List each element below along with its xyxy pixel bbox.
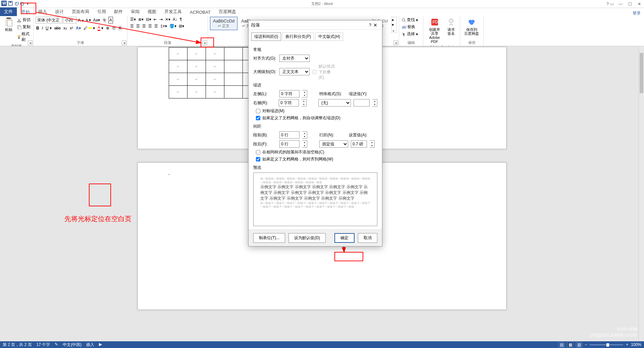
status-page[interactable]: 第 2 页，共 2 页 bbox=[3, 342, 32, 348]
superscript-icon[interactable]: x² bbox=[69, 25, 74, 31]
shrink-font-icon[interactable]: A▾ bbox=[85, 17, 92, 23]
tab-indent-spacing[interactable]: 缩进和间距(I) bbox=[251, 32, 281, 41]
status-lang[interactable]: 中文(中国) bbox=[63, 342, 82, 348]
find-button[interactable]: 查找▾ bbox=[401, 17, 419, 23]
request-sign-button[interactable]: 请求 签名 bbox=[444, 17, 458, 36]
copy-button[interactable]: 复制 bbox=[16, 24, 31, 30]
tab-layout[interactable]: 页面布局 bbox=[68, 7, 93, 16]
view-print-icon[interactable]: ▦ bbox=[567, 342, 573, 347]
left-spinner[interactable]: ▲▼ bbox=[302, 90, 307, 97]
font-size-combo[interactable]: 小四 bbox=[63, 17, 76, 23]
paste-button[interactable]: 粘贴 bbox=[2, 17, 15, 32]
align-center-icon[interactable]: ☰ bbox=[136, 23, 141, 29]
tab-design[interactable]: 设计 bbox=[51, 7, 68, 16]
auto-indent-checkbox[interactable] bbox=[256, 116, 260, 120]
paragraph-launcher-icon[interactable]: ⇲ bbox=[202, 41, 207, 45]
style-normal[interactable]: AaBbCcDd ↵ 正文 bbox=[210, 17, 237, 30]
multilevel-icon[interactable]: ⊟▾ bbox=[145, 17, 152, 22]
align-right-icon[interactable]: ☰ bbox=[142, 23, 147, 29]
zoom-out-icon[interactable]: − bbox=[585, 342, 587, 347]
status-proofing-icon[interactable]: ✎ bbox=[55, 342, 58, 348]
subscript-icon[interactable]: x₂ bbox=[63, 25, 68, 31]
at-spinner[interactable]: ▲▼ bbox=[370, 140, 375, 148]
tab-view[interactable]: 视图 bbox=[144, 7, 160, 16]
font-color-icon[interactable]: A▾ bbox=[97, 25, 104, 31]
right-spinner[interactable]: ▲▼ bbox=[302, 99, 307, 107]
tab-review[interactable]: 审阅 bbox=[127, 7, 144, 16]
zoom-level[interactable]: 100% bbox=[631, 342, 641, 347]
ok-button[interactable]: 确定 bbox=[334, 233, 355, 243]
underline-icon[interactable]: U▾ bbox=[45, 25, 52, 31]
font-launcher-icon[interactable]: ⇲ bbox=[122, 41, 126, 45]
text-direction-icon[interactable]: ✕▾ bbox=[164, 17, 171, 22]
indent-val-spinner[interactable]: ▲▼ bbox=[372, 99, 377, 107]
maximize-icon[interactable]: ☐ bbox=[625, 0, 635, 8]
sort-icon[interactable]: A↓ bbox=[172, 17, 178, 22]
close-icon[interactable]: ✕ bbox=[635, 0, 644, 8]
indent-val-input[interactable] bbox=[354, 99, 370, 107]
zoom-slider[interactable] bbox=[590, 344, 623, 345]
no-space-checkbox[interactable] bbox=[256, 150, 260, 154]
styles-scroll[interactable]: ▴▾⌄ bbox=[391, 17, 397, 33]
tab-acrobat[interactable]: ACROBAT bbox=[186, 8, 215, 16]
shading-para-icon[interactable]: 🪣▾ bbox=[169, 23, 177, 29]
view-read-icon[interactable]: ▤ bbox=[558, 342, 565, 347]
justify-icon[interactable]: ☰ bbox=[148, 23, 153, 29]
default-button[interactable]: 设为默认值(D) bbox=[288, 233, 326, 243]
decrease-indent-icon[interactable]: ⇤ bbox=[153, 17, 158, 22]
line-spacing-icon[interactable]: ‡≡▾ bbox=[160, 23, 168, 29]
char-shading-icon[interactable]: ⊕ bbox=[105, 25, 110, 31]
increase-indent-icon[interactable]: ⇥ bbox=[159, 17, 163, 22]
save-icon[interactable] bbox=[8, 1, 13, 7]
left-indent-input[interactable] bbox=[279, 90, 300, 97]
undo-icon[interactable] bbox=[14, 1, 19, 7]
special-select[interactable]: (无) bbox=[318, 99, 351, 107]
cut-button[interactable]: 剪切 bbox=[16, 17, 31, 23]
view-web-icon[interactable]: ▨ bbox=[576, 342, 582, 347]
dialog-help-icon[interactable]: ? bbox=[369, 23, 371, 27]
ribbon-toggle-icon[interactable]: ▭ bbox=[610, 2, 614, 6]
italic-icon[interactable]: I bbox=[41, 25, 44, 31]
align-left-icon[interactable]: ☰ bbox=[129, 23, 135, 29]
minimize-icon[interactable]: — bbox=[616, 0, 625, 8]
tab-chinese[interactable]: 中文版式(H) bbox=[315, 32, 343, 41]
after-spinner[interactable]: ▲▼ bbox=[302, 140, 307, 148]
before-spinner[interactable]: ▲▼ bbox=[302, 131, 307, 139]
tab-dev[interactable]: 开发工具 bbox=[160, 7, 186, 16]
phonetic-icon[interactable]: 👻 bbox=[101, 17, 108, 23]
status-words[interactable]: 17 个字 bbox=[37, 342, 50, 348]
numbering-icon[interactable]: ≣▾ bbox=[138, 17, 144, 22]
outline-select[interactable]: 正文文本 bbox=[279, 68, 310, 75]
create-pdf-button[interactable]: PDF创建并共享 Adobe PDF bbox=[425, 17, 444, 44]
after-input[interactable] bbox=[279, 140, 300, 148]
select-button[interactable]: 选择▾ bbox=[401, 31, 419, 37]
right-indent-input[interactable] bbox=[279, 99, 299, 107]
clipboard-launcher-icon[interactable]: ⇲ bbox=[28, 41, 33, 45]
grow-font-icon[interactable]: A▴ bbox=[77, 17, 85, 23]
snap-grid-checkbox[interactable] bbox=[256, 157, 260, 161]
text-effects-icon[interactable]: A▾ bbox=[75, 25, 82, 31]
font-family-combo[interactable]: 宋体 (中文正 bbox=[36, 17, 62, 23]
tab-file[interactable]: 文件 bbox=[0, 7, 17, 16]
enclose-icon[interactable]: ㊕ bbox=[111, 25, 117, 31]
mirror-checkbox[interactable] bbox=[256, 109, 260, 113]
tab-line-page[interactable]: 换行和分页(P) bbox=[282, 32, 314, 41]
shading-icon[interactable]: A bbox=[118, 25, 122, 31]
tab-insert[interactable]: 插入 bbox=[34, 7, 51, 16]
before-input[interactable] bbox=[279, 131, 300, 139]
show-marks-icon[interactable]: ¶ bbox=[179, 17, 182, 22]
replace-button[interactable]: ab替换 bbox=[401, 24, 419, 30]
dialog-close-icon[interactable]: ✕ bbox=[371, 22, 379, 28]
tab-baidu[interactable]: 百度网盘 bbox=[215, 7, 240, 16]
change-case-icon[interactable]: Aa▾ bbox=[92, 17, 101, 23]
vertical-scrollbar[interactable] bbox=[639, 46, 644, 341]
strike-icon[interactable]: abc bbox=[54, 25, 61, 31]
tab-ref[interactable]: 引用 bbox=[93, 7, 110, 16]
at-input[interactable] bbox=[351, 140, 367, 148]
bullets-icon[interactable]: ☰▾ bbox=[129, 17, 137, 22]
borders-icon[interactable]: ⊞▾ bbox=[178, 23, 185, 29]
zoom-in-icon[interactable]: + bbox=[626, 342, 628, 347]
status-mode[interactable]: 插入 bbox=[86, 342, 94, 348]
alignment-select[interactable]: 左对齐 bbox=[279, 55, 310, 62]
login-link[interactable]: 登录 bbox=[633, 10, 641, 16]
